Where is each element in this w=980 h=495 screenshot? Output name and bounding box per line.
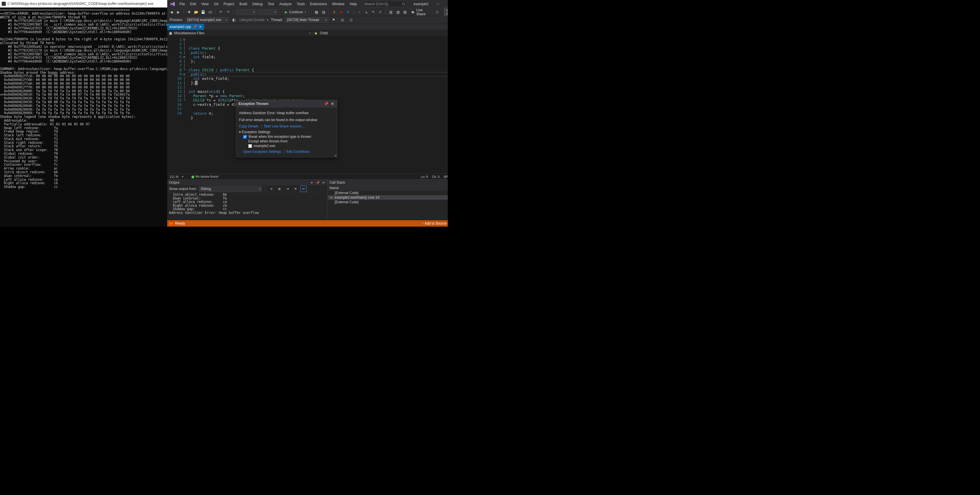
save-button[interactable]: 💾 bbox=[200, 9, 206, 15]
menu-help[interactable]: Help bbox=[347, 1, 359, 7]
menu-debug[interactable]: Debug bbox=[250, 1, 265, 7]
menu-edit[interactable]: Edit bbox=[188, 1, 198, 7]
debug-tool-c[interactable]: ▨ bbox=[402, 9, 408, 15]
pin-icon[interactable]: 📌 bbox=[324, 102, 328, 106]
vs-titlebar: File Edit View Git Project Build Debug T… bbox=[167, 0, 448, 8]
process-combo[interactable]: [30724] example2.exe bbox=[185, 17, 229, 23]
output-tool-c[interactable]: ⇥ bbox=[284, 186, 291, 192]
step-over-button[interactable]: ↷ bbox=[370, 9, 376, 15]
save-all-button[interactable]: 🗃 bbox=[207, 9, 213, 15]
tab-example2-cpp[interactable]: example2.cpp 📌 ✕ bbox=[167, 24, 204, 30]
menu-test[interactable]: Test bbox=[266, 1, 277, 7]
stackframe-tool-c[interactable]: ▥ bbox=[348, 17, 354, 23]
output-text[interactable]: Intra object redzone: bb ASan internal: … bbox=[167, 192, 328, 220]
close-icon[interactable]: ✕ bbox=[330, 102, 335, 106]
minimize-button[interactable]: ─ bbox=[432, 0, 444, 8]
menu-extensions[interactable]: Extensions bbox=[308, 1, 329, 7]
pin-icon[interactable]: 📌 bbox=[193, 25, 197, 29]
open-button[interactable]: 📂 bbox=[193, 9, 199, 15]
output-tool-b[interactable]: ≣ bbox=[276, 186, 283, 192]
menu-window[interactable]: Window bbox=[330, 1, 347, 7]
callstack-row[interactable]: [External Code] bbox=[328, 200, 448, 204]
zoom-level[interactable]: 111 % bbox=[170, 175, 178, 178]
output-source-combo[interactable]: Debug bbox=[199, 186, 262, 192]
visual-studio-window: File Edit View Git Project Build Debug T… bbox=[167, 0, 448, 227]
show-next-stmt-button[interactable]: → bbox=[356, 9, 362, 15]
callstack-header[interactable]: Call Stack ▾ 📌 ✕ bbox=[328, 180, 448, 185]
edit-conditions-link[interactable]: Edit Conditions bbox=[286, 150, 310, 154]
nav-scope-combo[interactable]: ▣ Miscellaneous Files bbox=[167, 31, 313, 35]
solution-name: example2 bbox=[414, 2, 428, 6]
add-source-control-button[interactable]: ↑ Add to Source Control ▴ bbox=[422, 221, 448, 226]
continue-button[interactable]: ▶ Continue ▾ bbox=[282, 9, 309, 15]
debug-windows-button[interactable]: ▦ bbox=[314, 9, 320, 15]
output-clear-button[interactable]: ✕ bbox=[292, 186, 299, 192]
window-position-button[interactable]: ▾ bbox=[310, 180, 314, 185]
autohide-button[interactable]: 📌 bbox=[315, 180, 320, 185]
stackframe-tool-b[interactable]: ▦ bbox=[339, 17, 346, 23]
menu-analyze[interactable]: Analyze bbox=[277, 1, 294, 7]
menu-git[interactable]: Git bbox=[212, 1, 221, 7]
menu-project[interactable]: Project bbox=[221, 1, 236, 7]
break-all-button[interactable]: ⏸ bbox=[331, 9, 337, 15]
step-out-button[interactable]: ↗ bbox=[377, 9, 383, 15]
live-share-button[interactable]: Live Share bbox=[409, 9, 433, 15]
new-project-button[interactable]: ✚ bbox=[186, 9, 192, 15]
live-share-icon bbox=[411, 10, 415, 14]
platform-combo[interactable] bbox=[257, 9, 277, 15]
cursor-char[interactable]: Ch: 3 bbox=[432, 175, 439, 178]
redo-button[interactable]: ↷ bbox=[225, 9, 231, 15]
col-name: Name bbox=[329, 186, 448, 190]
thread-combo[interactable]: [30728] Main Thread bbox=[285, 17, 328, 23]
step-into-button[interactable]: ↘ bbox=[363, 9, 369, 15]
code-editor[interactable]: 123456789101112131415161718 ⊟│││ ⊟││└ ⊟│… bbox=[167, 36, 448, 173]
stackframe-flag-button[interactable]: ⚑ bbox=[331, 17, 337, 23]
config-combo[interactable] bbox=[236, 9, 256, 15]
menu-file[interactable]: File bbox=[177, 1, 187, 7]
break-when-thrown-label: Break when this exception type is thrown bbox=[248, 135, 311, 138]
break-when-thrown-checkbox[interactable] bbox=[243, 135, 247, 138]
maximize-button[interactable]: ▢ bbox=[444, 0, 448, 8]
output-wordwrap-button[interactable]: ↩ bbox=[301, 186, 307, 192]
thread-label: Thread: bbox=[271, 18, 283, 22]
exception-settings-header[interactable]: Exception Settings bbox=[239, 130, 334, 134]
copy-details-link[interactable]: Copy Details bbox=[239, 124, 259, 128]
menu-view[interactable]: View bbox=[199, 1, 211, 7]
open-exception-settings-link[interactable]: Open Exception Settings bbox=[243, 150, 281, 154]
menu-build[interactable]: Build bbox=[237, 1, 250, 7]
stop-button[interactable]: ■ bbox=[339, 9, 344, 15]
indent-mode[interactable]: SPC bbox=[444, 175, 448, 178]
console-output[interactable]: ========================================… bbox=[0, 8, 167, 227]
back-button[interactable]: ◀ bbox=[169, 9, 174, 15]
output-tool-a[interactable]: ≡ bbox=[268, 186, 274, 192]
menu-tools[interactable]: Tools bbox=[294, 1, 307, 7]
console-titlebar[interactable]: C:\MSDN\cpp-docs-pr\docs\c-language\ASAN… bbox=[0, 0, 167, 8]
nav-type-combo[interactable]: ◆ Child bbox=[313, 31, 448, 35]
bottom-panels: Output ▾ 📌 ✕ Show output from: Debug ≡ ≣… bbox=[167, 179, 448, 220]
callstack-columns[interactable]: Name Lang bbox=[328, 185, 448, 191]
except-module-checkbox[interactable] bbox=[248, 144, 252, 148]
fold-gutter[interactable]: ⊟│││ ⊟││└ ⊟│││││└ bbox=[183, 36, 188, 173]
close-icon[interactable]: ✕ bbox=[199, 25, 202, 29]
resize-grip-icon[interactable]: ◢ bbox=[334, 153, 336, 156]
debug-tool-b[interactable]: ▧ bbox=[395, 9, 401, 15]
forward-button[interactable]: ▶ bbox=[175, 9, 181, 15]
feedback-button[interactable]: ☺ bbox=[434, 9, 440, 15]
vs-logo-icon bbox=[170, 2, 175, 6]
exception-titlebar[interactable]: Exception Thrown 📌 ✕ bbox=[236, 100, 337, 108]
window-position-button[interactable]: ▾ bbox=[447, 180, 448, 185]
undo-button[interactable]: ↶ bbox=[218, 9, 224, 15]
callstack-row[interactable]: [External Code] bbox=[328, 191, 448, 195]
restart-button[interactable]: ↻ bbox=[345, 9, 351, 15]
cursor-line[interactable]: Ln: 9 bbox=[421, 175, 428, 178]
debug-tool-a[interactable]: ▥ bbox=[388, 9, 394, 15]
callstack-row[interactable]: ➜ example2.exe!main() Line 14 C++ bbox=[328, 195, 448, 200]
close-icon[interactable]: ✕ bbox=[321, 180, 326, 185]
start-liveshare-link[interactable]: Start Live Share session... bbox=[264, 124, 304, 128]
issues-label[interactable]: No issues found bbox=[196, 175, 218, 178]
search-box[interactable]: Search (Ctrl+Q) bbox=[363, 1, 407, 7]
output-header[interactable]: Output ▾ 📌 ✕ bbox=[167, 180, 328, 185]
debug-threads-button[interactable]: ▤ bbox=[321, 9, 326, 15]
svg-line-1 bbox=[404, 5, 406, 6]
lifecycle-events-button[interactable]: ◧ bbox=[231, 17, 237, 23]
